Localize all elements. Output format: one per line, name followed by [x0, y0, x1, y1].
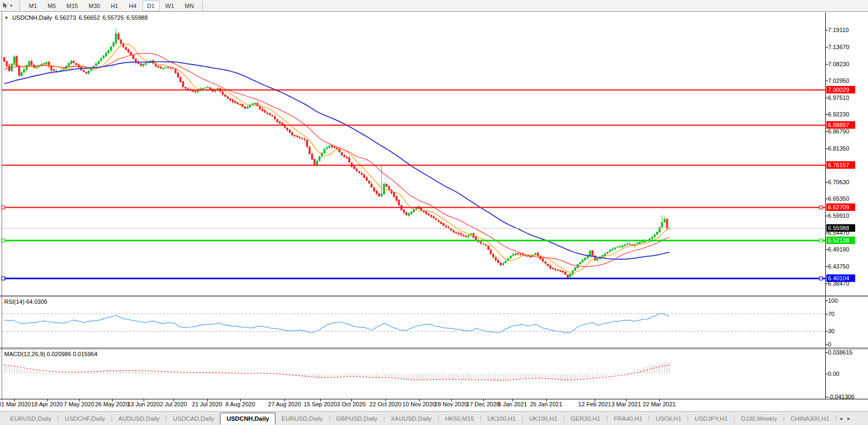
rsi-scale-label: 100 [828, 297, 838, 304]
date-tick-label: 22 Oct 2020 [369, 401, 401, 407]
price-tick-label: 7.08230 [828, 60, 849, 68]
level-handle [819, 206, 823, 209]
tab-divider [564, 415, 564, 422]
chart-tab-usdchf-daily[interactable]: USDCHF,Daily [59, 413, 111, 424]
chart-tab-eurusd-daily[interactable]: EURUSD,Daily [275, 413, 328, 424]
rsi-scale-label: 30 [828, 328, 834, 335]
date-tick-label: 25 Jan 2021 [530, 401, 563, 407]
cursor-tool-icon [2, 2, 9, 9]
date-tick-label: 3 Oct 2020 [337, 401, 366, 407]
rsi-scale-label: 70 [828, 311, 834, 318]
toolbar-separator [202, 2, 203, 10]
chart-tab-xauusd-daily[interactable]: XAUUSD,Daily [385, 413, 438, 424]
date-tick-label: 12 Feb 2021 [578, 401, 611, 407]
price-tick-label: 6.81350 [828, 145, 849, 152]
timeframe-buttons: M1M5M15M30H1H4D1W1MN [23, 1, 199, 11]
price-tick-label: 6.59910 [828, 212, 849, 219]
chart-title: ▼ USDCNH,Daily 6.56273 6.56652 6.55725 6… [4, 14, 148, 21]
ohlc-high: 6.56652 [78, 14, 100, 21]
tab-divider [522, 415, 523, 422]
tab-divider [384, 415, 384, 422]
price-tick-label: 6.43750 [828, 263, 849, 270]
date-tick-label: 22 Mar 2021 [643, 401, 676, 407]
macd-scale-label: 0.00 [828, 371, 839, 377]
tab-divider [438, 415, 439, 422]
macd-scale-label: -0.041306 [828, 393, 855, 400]
timeframe-button-m1[interactable]: M1 [24, 1, 42, 11]
date-tick-label: 7 May 2020 [64, 401, 94, 407]
dropdown-arrow-icon: ▾ [10, 3, 12, 8]
ohlc-close: 6.55988 [127, 14, 148, 21]
chart-tab-audusd-daily[interactable]: AUDUSD,Daily [113, 413, 165, 424]
chart-tab-usdcad-daily[interactable]: USDCAD,Daily [167, 413, 220, 424]
tab-divider [112, 415, 112, 422]
current-price-label: 6.55988 [826, 224, 855, 232]
rsi-indicator-label: RSI(14) 64.0305 [4, 298, 48, 305]
chart-tab-gbpusd-daily[interactable]: GBPUSD,Daily [330, 413, 383, 424]
timeframe-button-w1[interactable]: W1 [161, 1, 179, 11]
level-price-label: 7.00029 [826, 86, 855, 93]
chart-tab-dj30-weekly[interactable]: DJ30,Weekly [735, 413, 783, 424]
tab-scroll-left-icon[interactable]: ◂ [837, 415, 845, 421]
date-tick-label: 15 Sep 2020 [304, 401, 337, 407]
tab-divider [480, 415, 481, 422]
tab-divider [649, 415, 649, 422]
chart-tab-uk100-h1[interactable]: UK100,H1 [523, 413, 563, 424]
price-tick-label: 7.13670 [828, 43, 849, 51]
timeframe-button-d1[interactable]: D1 [143, 1, 160, 11]
chart-tab-ger30-h1[interactable]: GER30,H1 [565, 413, 606, 424]
level-price-label: 6.52138 [826, 237, 855, 244]
level-handle [819, 239, 823, 242]
symbol-period-label: USDCNH,Daily [12, 14, 52, 21]
level-price-label: 6.88897 [826, 121, 855, 129]
chart-tab-usoil-h1[interactable]: USOil,H1 [650, 413, 687, 424]
chart-tab-uk100-h1[interactable]: UK100,H1 [482, 413, 522, 424]
date-tick-label: 26 May 2020 [95, 401, 129, 407]
date-tick-label: 3 Mar 2021 [611, 401, 641, 407]
date-tick-label: 31 Mar 2020 [0, 401, 31, 407]
level-price-label: 6.40104 [826, 274, 855, 282]
tab-divider [329, 415, 330, 422]
tab-divider [734, 415, 735, 422]
chart-tab-usdjpy-h1[interactable]: USDJPY,H1 [689, 413, 733, 424]
tab-scroll-right-icon[interactable]: ▸ [845, 415, 853, 421]
price-tick-label: 7.19110 [828, 26, 849, 34]
date-tick-label: 21 Jul 2020 [192, 401, 223, 407]
chart-tab-hk50-m15[interactable]: HK50,M15 [439, 413, 480, 424]
price-tick-label: 7.02950 [828, 77, 849, 84]
timeframe-button-m15[interactable]: M15 [62, 1, 83, 11]
tab-divider [688, 415, 688, 422]
price-tick-label: 6.86790 [828, 128, 849, 135]
ohlc-low: 6.55725 [102, 14, 124, 21]
date-tick-label: 17 Dec 2020 [467, 401, 500, 407]
level-price-label: 6.76157 [826, 161, 855, 169]
chart-tab-fra40-h1[interactable]: FRA40,H1 [608, 413, 649, 424]
timeframe-button-m30[interactable]: M30 [84, 1, 105, 11]
toolbar-grip[interactable] [18, 2, 21, 10]
tab-divider [58, 415, 58, 422]
date-tick-label: 27 Aug 2020 [268, 401, 301, 407]
chart-tab-usdcnh-daily[interactable]: USDCNH,Daily [220, 413, 275, 424]
date-tick-label: 28 Nov 2020 [435, 401, 468, 407]
rsi-scale-label: 0 [828, 341, 831, 348]
timeframe-button-h1[interactable]: H1 [106, 1, 123, 11]
chart-tab-china300-h1[interactable]: CHINA300,H1 [785, 413, 835, 424]
date-tick-label: 8 Aug 2020 [225, 401, 255, 407]
tab-divider [836, 415, 837, 422]
price-tick-label: 6.92230 [828, 111, 849, 118]
timeframe-button-h4[interactable]: H4 [124, 1, 141, 11]
macd-indicator-label: MACD(12,26,9) 0.020986 0.015964 [4, 351, 97, 357]
date-tick-label: 6 Jan 2021 [498, 401, 527, 407]
cursor-tool-button[interactable]: ▾ [0, 1, 14, 11]
chart-tab-eurusd-daily[interactable]: EURUSD,Daily [4, 413, 57, 424]
timeframe-button-m5[interactable]: M5 [43, 1, 60, 11]
date-tick-label: 18 Apr 2020 [31, 401, 62, 407]
tab-divider [784, 415, 784, 422]
chart-plot[interactable] [0, 0, 868, 425]
macd-scale-label: 0.038615 [828, 349, 853, 356]
price-tick-label: 6.97510 [828, 94, 849, 101]
timeframe-button-mn[interactable]: MN [180, 1, 199, 11]
date-tick-label: 2 Jul 2020 [160, 401, 187, 407]
date-tick-label: 10 Nov 2020 [403, 401, 436, 407]
collapse-chart-icon[interactable]: ▼ [4, 15, 9, 20]
